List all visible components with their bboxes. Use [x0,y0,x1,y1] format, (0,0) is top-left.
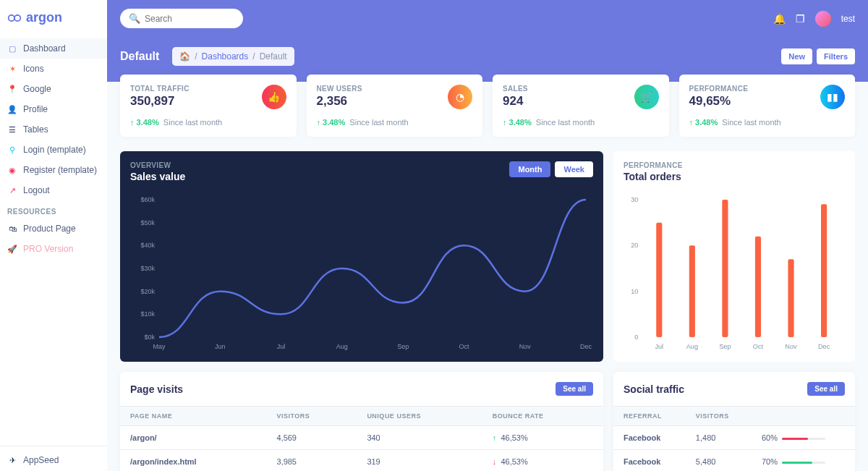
svg-text:Nov: Nov [785,343,797,350]
crumb-dashboards[interactable]: Dashboards [202,51,249,61]
svg-text:$0k: $0k [144,334,155,341]
svg-text:10: 10 [631,288,638,295]
svg-text:Nov: Nov [519,343,532,350]
brand[interactable]: argon [0,0,107,35]
sidebar-item-icons[interactable]: ✶Icons [0,59,107,79]
col-header: BOUNCE RATE [482,407,603,426]
apps-icon[interactable]: ❐ [796,13,805,25]
sidebar-item-label: Product Page [23,224,76,234]
tab-month[interactable]: Month [509,161,550,177]
resources-header: RESOURCES [0,200,107,218]
sidebar-item-label: Google [23,84,51,94]
stat-label: NEW USERS [317,85,362,93]
nav: ▢Dashboard✶Icons📍Google👤Profile☰Tables⚲L… [0,35,107,446]
svg-text:Aug: Aug [336,343,348,350]
new-button[interactable]: New [781,48,812,64]
sidebar-item-pro-version[interactable]: 🚀PRO Version [0,239,107,259]
svg-text:$30k: $30k [140,265,155,272]
sidebar-item-product-page[interactable]: 🛍Product Page [0,218,107,239]
col-header [752,407,855,426]
orders-chart-card: PERFORMANCE Total orders 0102030JulAugSe… [613,151,855,362]
svg-text:$60k: $60k [140,196,155,203]
sidebar-item-dashboard[interactable]: ▢Dashboard [0,38,107,59]
sidebar: argon ▢Dashboard✶Icons📍Google👤Profile☰Ta… [0,0,107,471]
page-visits-title: Page visits [130,383,183,395]
svg-rect-32 [821,204,827,337]
sidebar-item-tables[interactable]: ☰Tables [0,119,107,140]
tab-week[interactable]: Week [555,161,593,177]
sidebar-item-logout[interactable]: ↗Logout [0,180,107,200]
stat-label: SALES [503,85,528,93]
sidebar-item-google[interactable]: 📍Google [0,79,107,99]
table-row[interactable]: Facebook5,48070% [613,450,855,472]
col-header: UNIQUE USERS [357,407,482,426]
circle-icon: ◉ [7,165,17,175]
svg-text:Sep: Sep [719,343,731,350]
sidebar-footer[interactable]: ✈ AppSeed [0,446,107,471]
tv-icon: ▢ [7,43,17,54]
sidebar-item-label: Register (template) [23,165,97,175]
svg-text:Sep: Sep [397,343,409,350]
bar-icon: ▮▮ [820,85,845,109]
stat-card: TOTAL TRAFFIC350,897👍↑ 3.48% Since last … [120,75,297,137]
atom-icon: ✶ [7,64,17,74]
svg-rect-22 [656,223,662,337]
table-row[interactable]: /argon/index.html3,985319↓ 46,53% [120,450,603,472]
bell-icon[interactable]: 🔔 [773,13,786,25]
svg-text:Dec: Dec [818,343,830,350]
pin-icon: 📍 [7,84,17,94]
col-header: REFERRAL [613,407,686,426]
svg-rect-28 [755,237,761,337]
table-row[interactable]: Facebook1,48060% [613,426,855,450]
sidebar-item-register-template-[interactable]: ◉Register (template) [0,160,107,180]
crumb-current: Default [260,51,287,61]
sales-overline: OVERVIEW [130,161,185,169]
svg-text:30: 30 [631,196,638,203]
see-all-visits-button[interactable]: See all [556,382,593,396]
col-header: VISITORS [686,407,752,426]
stat-card: SALES924🛒↑ 3.48% Since last month [493,75,669,137]
orders-overline: PERFORMANCE [624,161,683,169]
social-table: REFERRALVISITORS Facebook1,48060%Faceboo… [613,406,855,471]
sidebar-item-label: Profile [23,104,48,114]
sidebar-item-login-template-[interactable]: ⚲Login (template) [0,140,107,160]
svg-text:$10k: $10k [140,310,155,318]
sidebar-item-profile[interactable]: 👤Profile [0,99,107,119]
rocket-icon: 🚀 [7,244,17,254]
list-icon: ☰ [7,124,17,135]
svg-rect-26 [722,200,728,337]
stat-footer: ↑ 3.48% Since last month [503,118,659,127]
send-icon: ✈ [7,455,17,465]
table-row[interactable]: /argon/4,569340↑ 46,53% [120,426,603,450]
sidebar-item-label: PRO Version [23,244,73,254]
search-input[interactable] [145,14,234,24]
search-box[interactable]: 🔍 [120,9,243,28]
sales-chart-card: OVERVIEW Sales value Month Week $0k$10k$… [120,151,603,362]
svg-text:0: 0 [634,334,638,341]
page-title: Default [120,50,159,63]
stat-footer: ↑ 3.48% Since last month [130,118,286,127]
svg-text:Aug: Aug [686,343,698,350]
sidebar-item-label: Logout [23,185,50,195]
search-icon: 🔍 [129,13,140,24]
avatar[interactable] [815,11,831,27]
see-all-social-button[interactable]: See all [807,382,845,396]
title-buttons: New Filters [781,48,855,64]
orders-title: Total orders [624,171,683,182]
stat-value: 49,65% [689,94,749,109]
stat-value: 2,356 [317,94,362,109]
home-icon[interactable]: 🏠 [179,51,190,61]
svg-text:Oct: Oct [459,343,469,350]
hero: 🔍 🔔 ❐ test Default 🏠 / Dashboards / D [107,0,868,82]
svg-rect-30 [788,259,793,337]
sales-tabs: Month Week [509,161,593,177]
cart-icon: 🛒 [634,85,659,109]
charts-row: OVERVIEW Sales value Month Week $0k$10k$… [107,144,868,362]
filters-button[interactable]: Filters [817,48,855,64]
page-visits-table: PAGE NAMEVISITORSUNIQUE USERSBOUNCE RATE… [120,406,603,471]
username[interactable]: test [841,14,855,24]
svg-text:May: May [153,343,166,350]
thumb-icon: 👍 [262,85,286,109]
svg-text:Jul: Jul [277,343,286,350]
svg-text:$50k: $50k [140,219,155,226]
